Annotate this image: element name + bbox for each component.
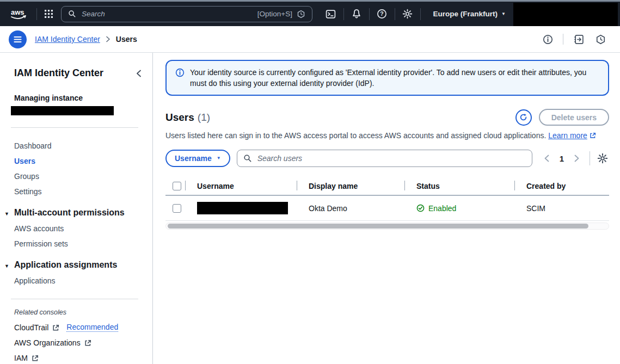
cell-display-name: Okta Demo <box>297 204 404 213</box>
sidebar-section-multi-account: ▼ Multi-account permissions AWS accounts… <box>14 208 152 248</box>
users-count: (1) <box>198 112 210 123</box>
managing-instance-value-redacted <box>11 106 114 115</box>
managing-instance-label: Managing instance <box>14 94 152 102</box>
refresh-icon <box>519 113 527 121</box>
table-preferences-gear-icon[interactable] <box>596 152 609 165</box>
toolbar-divider <box>590 151 590 165</box>
topbar-divider <box>36 8 37 20</box>
breadcrumb-right-tools <box>537 33 611 45</box>
page-title: Users(1) <box>165 112 210 124</box>
filter-property-dropdown[interactable]: Username ▼ <box>165 150 230 167</box>
learn-more-link[interactable]: Learn more <box>548 131 587 140</box>
topbar-divider <box>369 8 370 20</box>
shortcut-hexagon-icon <box>297 10 305 18</box>
notifications-bell-icon[interactable] <box>351 9 362 20</box>
alert-text: Your identity source is currently config… <box>190 67 599 89</box>
sidebar-item-users[interactable]: Users <box>14 157 152 165</box>
breadcrumb-root-link[interactable]: IAM Identity Center <box>35 35 100 44</box>
related-consoles-heading: Related consoles <box>14 309 152 316</box>
sidebar-link-aws-organizations[interactable]: AWS Organizations <box>14 339 152 347</box>
breadcrumb-current: Users <box>116 35 137 44</box>
sidebar-divider <box>11 299 138 299</box>
row-select-cell <box>165 204 185 213</box>
section-header-application-assignments[interactable]: ▼ Application assignments <box>14 260 152 269</box>
cell-status: Enabled <box>404 204 514 213</box>
global-search-input[interactable] <box>81 9 253 18</box>
users-search-box[interactable] <box>237 150 532 167</box>
refresh-button[interactable] <box>515 109 532 126</box>
svg-text:aws: aws <box>11 8 24 16</box>
sidebar-link-cloudtrail[interactable]: CloudTrail Recommended <box>14 323 152 332</box>
users-search-input[interactable] <box>256 153 526 163</box>
chevron-right-icon <box>106 36 111 42</box>
column-header-username[interactable]: Username <box>185 177 297 195</box>
search-shortcut-hint: [Option+S] <box>257 10 292 18</box>
sidebar-link-iam[interactable]: IAM <box>14 354 152 362</box>
previous-page-button[interactable] <box>541 152 553 164</box>
username-redacted <box>197 202 288 214</box>
account-menu-redacted[interactable] <box>513 3 618 26</box>
external-link-icon <box>590 132 596 139</box>
sidebar-item-applications[interactable]: Applications <box>14 277 152 285</box>
pagination: 1 <box>541 152 582 164</box>
sidebar-item-groups[interactable]: Groups <box>14 172 152 180</box>
sidebar-item-aws-accounts[interactable]: AWS accounts <box>14 225 152 232</box>
side-navigation: IAM Identity Center Managing instance Da… <box>0 53 153 364</box>
table-row[interactable]: Okta Demo Enabled SCIM <box>165 196 609 221</box>
sidebar-section-application-assignments: ▼ Application assignments Applications <box>14 260 152 285</box>
cloudshell-terminal-icon[interactable] <box>326 9 336 20</box>
chevron-left-icon <box>544 155 549 162</box>
search-icon <box>68 10 76 18</box>
apps-grid-icon[interactable] <box>44 9 53 18</box>
table-header-row: Username Display name Status Created by <box>165 177 609 196</box>
region-selector[interactable]: Europe (Frankfurt) ▼ <box>433 10 506 18</box>
scrollbar-thumb[interactable] <box>168 224 588 229</box>
settings-gear-icon[interactable] <box>402 9 413 20</box>
sidebar-menu-button[interactable] <box>9 30 27 48</box>
chevron-right-icon <box>574 155 579 162</box>
column-header-status[interactable]: Status <box>404 177 514 195</box>
help-icon[interactable]: ? <box>377 9 388 20</box>
aws-logo[interactable]: aws <box>9 7 29 21</box>
hamburger-icon <box>14 36 22 43</box>
check-circle-icon <box>416 204 425 212</box>
external-link-icon <box>84 340 91 347</box>
sidebar-title: IAM Identity Center <box>14 67 103 79</box>
select-all-cell <box>165 182 185 190</box>
caret-down-icon: ▼ <box>4 262 9 271</box>
sidebar-item-dashboard[interactable]: Dashboard <box>14 142 152 150</box>
toolbar-divider <box>563 34 563 45</box>
sidebar-divider <box>11 127 138 128</box>
page-description: Users listed here can sign in to the AWS… <box>165 131 609 141</box>
sidebar-item-permission-sets[interactable]: Permission sets <box>14 240 152 248</box>
column-header-display-name[interactable]: Display name <box>297 177 404 195</box>
external-link-icon <box>32 355 39 362</box>
section-header-multi-account[interactable]: ▼ Multi-account permissions <box>14 208 152 217</box>
resources-notebook-icon[interactable] <box>573 33 585 45</box>
info-icon[interactable] <box>542 33 554 45</box>
row-checkbox[interactable] <box>173 204 181 213</box>
recommended-badge[interactable]: Recommended <box>66 323 118 332</box>
breadcrumb: IAM Identity Center Users <box>35 35 137 44</box>
topbar-divider <box>343 8 344 20</box>
main-content: Your identity source is currently config… <box>153 53 620 364</box>
select-all-checkbox[interactable] <box>173 182 181 190</box>
current-page-number[interactable]: 1 <box>560 154 564 163</box>
cell-created-by: SCIM <box>514 204 609 213</box>
region-label: Europe (Frankfurt) <box>433 10 498 18</box>
hexagon-shortcuts-icon[interactable] <box>594 33 606 45</box>
cell-username <box>185 202 297 214</box>
sidebar-nav: Dashboard Users Groups Settings <box>14 142 152 195</box>
horizontal-scrollbar[interactable] <box>165 223 609 230</box>
delete-users-button[interactable]: Delete users <box>539 109 609 126</box>
svg-text:?: ? <box>380 10 383 17</box>
chevron-down-icon: ▼ <box>217 156 221 161</box>
global-search-box[interactable]: [Option+S] <box>61 6 312 22</box>
sidebar-collapse-button[interactable] <box>136 70 142 77</box>
top-nav-bar: aws [Option+S] <box>0 2 620 26</box>
info-alert: Your identity source is currently config… <box>165 60 609 96</box>
sidebar-item-settings[interactable]: Settings <box>14 188 152 195</box>
next-page-button[interactable] <box>570 152 582 164</box>
column-header-created-by[interactable]: Created by <box>514 177 609 195</box>
users-table: Username Display name Status Created by … <box>165 177 609 230</box>
